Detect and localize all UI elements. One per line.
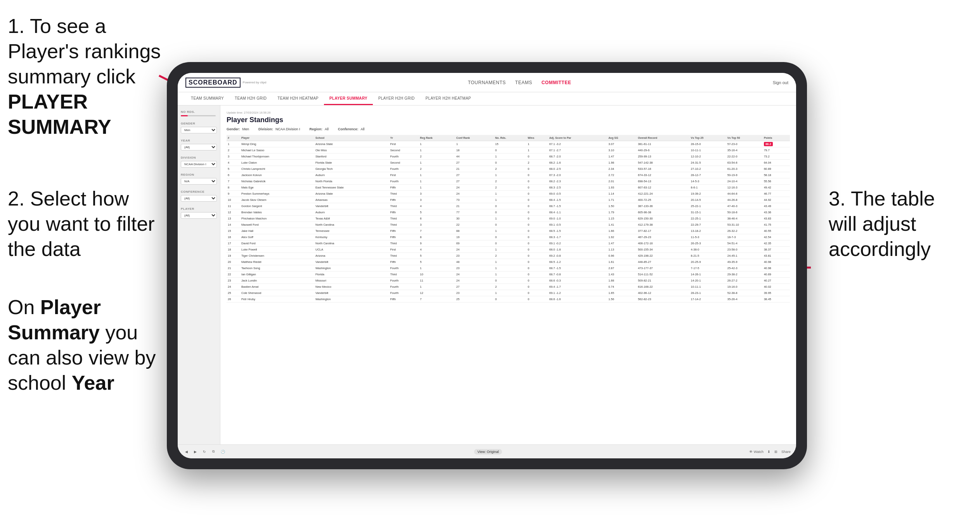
slider-track[interactable]	[181, 115, 216, 116]
conference-select[interactable]: (All)	[181, 195, 217, 202]
app-container: SCOREBOARD Powered by clipd TOURNAMENTS …	[178, 73, 796, 458]
nav-committee[interactable]: COMMITTEE	[542, 80, 571, 85]
toolbar-refresh[interactable]: ↻	[201, 449, 208, 455]
player-select[interactable]: (All)	[181, 212, 217, 219]
nav-tournaments[interactable]: TOURNAMENTS	[468, 80, 506, 85]
table-row: 11Gordon SargentVanderbiltThird4210068.7…	[227, 203, 790, 209]
toolbar-left: ◀ ▶ ↻ ⧉ 🕐	[183, 448, 227, 455]
points-cell: 44.92	[763, 197, 790, 203]
toolbar-watch[interactable]: 👁 Watch	[749, 450, 764, 454]
player-name-cell: Maxwell Ford	[240, 222, 314, 228]
region-select[interactable]: N/A	[181, 178, 217, 185]
tablet-screen: SCOREBOARD Powered by clipd TOURNAMENTS …	[178, 73, 796, 458]
points-cell: 55.56	[763, 178, 790, 185]
table-row: 14Maxwell FordNorth CarolinaThird3220069…	[227, 222, 790, 228]
instruction-2: 2. Select how you want to filter the dat…	[8, 186, 155, 262]
rank-cell: 11	[227, 203, 240, 209]
toolbar-back[interactable]: ◀	[183, 449, 190, 455]
player-name-cell: Nicholas Gabrelcik	[240, 178, 314, 185]
rank-cell: 23	[227, 278, 240, 284]
main-content: No Rds. Gender Men Women	[178, 105, 796, 444]
filter-conference-label: Conference:	[338, 127, 358, 131]
subnav-player-summary[interactable]: PLAYER SUMMARY	[324, 92, 373, 105]
subnav-player-h2h-grid[interactable]: PLAYER H2H GRID	[373, 92, 420, 105]
points-cell: 40.55	[763, 228, 790, 234]
player-name-cell: Alex Goff	[240, 234, 314, 240]
rank-cell: 8	[227, 185, 240, 191]
table-row: 25Cole SherwoodVanderbiltFourth12231069.…	[227, 290, 790, 296]
filter-division: Division: NCAA Division I	[258, 127, 300, 131]
col-wins: Wins	[526, 135, 548, 141]
col-avg-sg: Avg SG	[607, 135, 637, 141]
bottom-toolbar: ◀ ▶ ↻ ⧉ 🕐 View: Original 👁 Watch ⬇ ⊞ Sha…	[178, 444, 796, 458]
toolbar-grid[interactable]: ⊞	[774, 450, 777, 454]
rank-cell: 12	[227, 209, 240, 216]
points-cell: 38.45	[763, 296, 790, 302]
view-badge[interactable]: View: Original	[474, 449, 502, 454]
table-row: 3Michael ThorbjornsenStanfordFourth24410…	[227, 154, 790, 160]
app-logo: SCOREBOARD	[185, 78, 241, 88]
subnav-team-h2h-heatmap[interactable]: TEAM H2H HEATMAP	[272, 92, 324, 105]
sign-out-link[interactable]: Sign out	[773, 80, 788, 85]
gender-label: Gender	[181, 122, 217, 125]
player-name-cell: Michael Thorbjornsen	[240, 154, 314, 160]
player-name-cell: Jacob Skov Olesen	[240, 197, 314, 203]
division-select[interactable]: NCAA Division I	[181, 161, 217, 168]
player-name-cell: Christo Lamprecht	[240, 166, 314, 172]
logo-area: SCOREBOARD Powered by clipd	[185, 78, 266, 88]
filter-division-label: Division:	[258, 127, 273, 131]
sidebar-region: Region N/A	[181, 173, 217, 185]
rank-cell: 6	[227, 172, 240, 178]
col-vs-top50: Vs Top 50	[726, 135, 763, 141]
sidebar-norounds: No Rds.	[181, 110, 217, 116]
player-name-cell: Tiger Christensen	[240, 253, 314, 259]
subnav-player-h2h-heatmap[interactable]: PLAYER H2H HEATMAP	[420, 92, 476, 105]
player-name-cell: Brendan Valdes	[240, 209, 314, 216]
col-yr: Yr	[389, 135, 419, 141]
rank-cell: 18	[227, 247, 240, 253]
table-row: 26Petr HrubyWashingtonFifth7250068.6 -1.…	[227, 296, 790, 302]
rank-cell: 17	[227, 240, 240, 247]
col-overall: Overall Record	[637, 135, 689, 141]
toolbar-forward[interactable]: ▶	[192, 449, 199, 455]
content-area: Update time: 27/03/2024 16:56:26 Player …	[220, 105, 796, 444]
filter-conference-value: All	[361, 127, 365, 131]
nav-teams[interactable]: TEAMS	[515, 80, 532, 85]
norounds-slider	[181, 115, 217, 116]
table-row: 1Wenyi DingArizona StateFirst1115167.1 -…	[227, 141, 790, 147]
rank-cell: 22	[227, 271, 240, 278]
player-name-cell: Jake Hall	[240, 228, 314, 234]
points-cell: 43.83	[763, 216, 790, 222]
sub-nav: TEAM SUMMARY TEAM H2H GRID TEAM H2H HEAT…	[178, 92, 796, 105]
subnav-team-h2h-grid[interactable]: TEAM H2H GRID	[229, 92, 272, 105]
table-row: 2Michael Le SassoOle MissSecond1180167.1…	[227, 147, 790, 154]
region-label: Region	[181, 173, 217, 176]
table-row: 7Nicholas GabrelcikNorth FloridaFourth12…	[227, 178, 790, 185]
year-select[interactable]: (All) First Second Third Fourth Fifth	[181, 144, 217, 150]
table-row: 16Alex GoffKentuckyFifth8190068.3 -1.71.…	[227, 234, 790, 240]
toolbar-download[interactable]: ⬇	[767, 450, 770, 454]
points-cell: 41.75	[763, 222, 790, 228]
tablet-frame: SCOREBOARD Powered by clipd TOURNAMENTS …	[167, 62, 807, 469]
filter-row: Gender: Men Division: NCAA Division I Re…	[227, 127, 790, 131]
rank-cell: 2	[227, 147, 240, 154]
gender-select[interactable]: Men Women	[181, 127, 217, 133]
filter-gender-label: Gender:	[227, 127, 240, 131]
subnav-team-summary[interactable]: TEAM SUMMARY	[185, 92, 229, 105]
player-name-cell: Michael Le Sasso	[240, 147, 314, 154]
col-adj-score: Adj. Score to Par	[548, 135, 608, 141]
table-row: 9Preston SummerhaysArizona StateThird324…	[227, 191, 790, 197]
toolbar-share[interactable]: Share	[781, 450, 791, 454]
rank-cell: 13	[227, 216, 240, 222]
col-no-rds: No. Rds.	[494, 135, 526, 141]
table-row: 18Luke PowellUCLAFirst4241068.0 -1.81.13…	[227, 247, 790, 253]
toolbar-clock[interactable]: 🕐	[219, 449, 227, 455]
toolbar-copy[interactable]: ⧉	[210, 448, 216, 455]
points-cell: 88.2	[763, 141, 790, 147]
player-name-cell: Luke Claton	[240, 160, 314, 166]
player-name-cell: Petr Hruby	[240, 296, 314, 302]
table-row: 17David FordNorth CarolinaThird9690069.1…	[227, 240, 790, 247]
points-cell: 40.02	[763, 284, 790, 290]
page-header: Update time: 27/03/2024 16:56:26 Player …	[227, 111, 790, 131]
slider-fill	[181, 115, 188, 116]
